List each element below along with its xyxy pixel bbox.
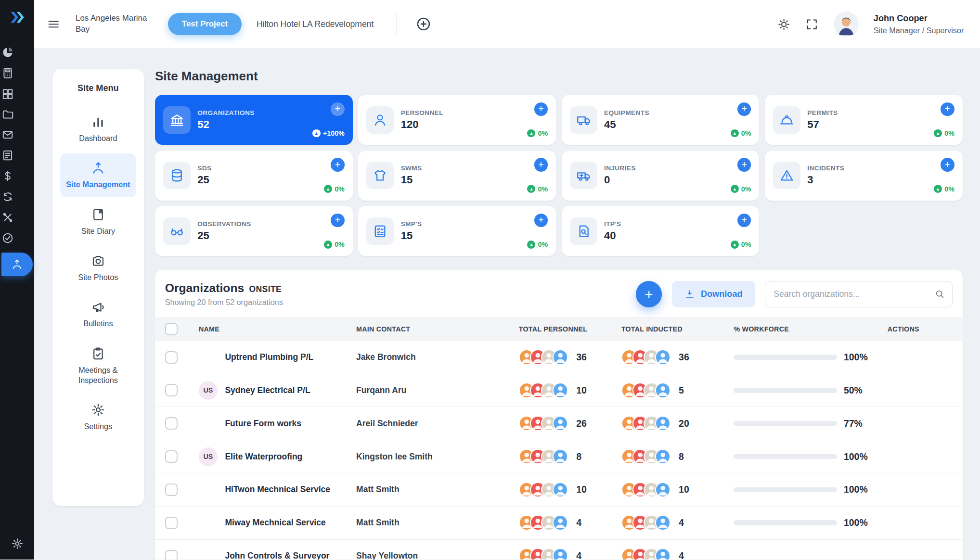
rail-item-pie-chart[interactable] xyxy=(1,46,14,59)
stat-card-change: ▲ 0% xyxy=(731,241,751,249)
avatar xyxy=(553,449,568,464)
sidebar-item-label: Site Diary xyxy=(81,226,115,236)
user-avatar[interactable] xyxy=(834,12,859,37)
table-row[interactable]: John Controls & Surveyor Shay Yellowton … xyxy=(155,540,963,560)
org-main-contact: Kingston lee Smith xyxy=(356,452,519,462)
download-button[interactable]: Download xyxy=(672,281,755,307)
fullscreen-button[interactable] xyxy=(805,18,818,31)
sidebar-item-bulletins[interactable]: Bulletins xyxy=(60,293,136,336)
project-badge-button[interactable]: Test Project xyxy=(168,13,241,35)
org-name: Miway Mechnical Service xyxy=(225,518,325,528)
stat-card-add-button[interactable]: + xyxy=(331,214,345,228)
stat-card-smp-s[interactable]: SMP'S 15 + ▲ 0% xyxy=(358,206,556,256)
t-shirt-icon xyxy=(373,168,387,183)
page-title: Site Management xyxy=(155,69,963,84)
inducted-avatars xyxy=(621,548,671,560)
avatar xyxy=(553,548,568,560)
calculator-icon xyxy=(1,67,14,79)
sidebar-item-label: Site Photos xyxy=(78,272,118,282)
stat-card-add-button[interactable]: + xyxy=(737,102,751,116)
row-checkbox[interactable] xyxy=(165,550,178,560)
menu-icon[interactable] xyxy=(47,17,61,31)
row-checkbox[interactable] xyxy=(165,417,178,430)
search-organizations xyxy=(765,281,953,307)
rail-item-money-return[interactable] xyxy=(1,191,14,203)
table-row[interactable]: Future Form works Areil Schnieder 26 20 … xyxy=(155,407,963,440)
stat-card-incidents[interactable]: INCIDENTS 3 + ▲ 0% xyxy=(765,151,963,201)
table-row[interactable]: US Elite Waterproofing Kingston lee Smit… xyxy=(155,440,963,473)
table-row[interactable]: Miway Mechnical Service Matt Smith 4 4 1… xyxy=(155,507,963,540)
project-name: Hilton Hotel LA Redevelopment xyxy=(257,19,374,29)
topbar: Los Angeles Marina Bay Test Project Hilt… xyxy=(34,0,980,49)
stat-card-add-button[interactable]: + xyxy=(737,158,751,172)
sidebar-item-dashboard[interactable]: Dashboard xyxy=(60,107,136,151)
stat-card-sds[interactable]: SDS 25 + ▲ 0% xyxy=(155,151,353,201)
org-logo-badge: US xyxy=(199,381,218,400)
rail-item-folder[interactable] xyxy=(1,108,14,121)
organizations-title: Organizations xyxy=(165,281,244,295)
sidebar-item-meetings-inspections[interactable]: Meetings & Inspections xyxy=(60,339,136,393)
row-checkbox[interactable] xyxy=(165,484,178,496)
org-logo-badge xyxy=(199,348,218,367)
search-input[interactable] xyxy=(765,281,953,307)
stat-card-permits[interactable]: PERMITS 57 + ▲ 0% xyxy=(765,95,963,145)
add-organization-button[interactable]: + xyxy=(636,281,662,307)
row-checkbox[interactable] xyxy=(165,384,178,396)
trend-up-icon: ▲ xyxy=(934,129,942,138)
theme-toggle-button[interactable] xyxy=(777,18,790,31)
rail-item-tools[interactable] xyxy=(1,211,14,224)
stat-card-add-button[interactable]: + xyxy=(941,102,954,116)
stat-card-label: OBSERVATIONS xyxy=(197,220,251,228)
rail-item-dollar[interactable] xyxy=(1,170,14,182)
row-checkbox[interactable] xyxy=(165,351,178,364)
stat-card-organizations[interactable]: ORGANIZATIONS 52 + ▲ +100% xyxy=(155,95,353,145)
stat-card-add-button[interactable]: + xyxy=(331,158,345,172)
avatar xyxy=(655,416,671,431)
money-return-icon xyxy=(1,191,14,203)
rail-item-ledger[interactable] xyxy=(1,149,14,162)
stat-card-change: ▲ 0% xyxy=(731,129,751,138)
inducted-avatars xyxy=(621,515,671,530)
personnel-count: 4 xyxy=(576,517,581,528)
stat-card-add-button[interactable]: + xyxy=(534,158,548,172)
stat-card-change: ▲ 0% xyxy=(527,185,548,193)
rail-item-check-circle[interactable] xyxy=(1,232,14,244)
stat-card-value: 120 xyxy=(401,118,443,131)
rail-item-mail[interactable] xyxy=(1,128,14,141)
stat-card-itp-s[interactable]: ITP'S 40 + ▲ 0% xyxy=(562,206,760,256)
org-main-contact: Areil Schnieder xyxy=(356,419,519,429)
stat-card-injuries[interactable]: INJURIES 0 + ▲ 0% xyxy=(562,151,760,201)
row-checkbox[interactable] xyxy=(165,517,178,529)
sidebar-item-settings[interactable]: Settings xyxy=(60,395,136,439)
rail-item-calculator[interactable] xyxy=(1,67,14,79)
stat-card-swms[interactable]: SWMS 15 + ▲ 0% xyxy=(358,151,556,201)
rail-settings-button[interactable] xyxy=(11,537,24,550)
rail-item-person-up[interactable] xyxy=(1,253,33,276)
stat-card-equipments[interactable]: EQUIPMENTS 45 + ▲ 0% xyxy=(562,95,760,145)
sidebar-item-site-photos[interactable]: Site Photos xyxy=(60,246,136,290)
organizations-table: NAME MAIN CONTACT TOTAL PERSONNEL TOTAL … xyxy=(155,317,963,560)
table-row[interactable]: US Sydney Electrical P/L Furqann Aru 10 … xyxy=(155,374,963,407)
site-menu-title: Site Menu xyxy=(59,83,138,93)
row-checkbox[interactable] xyxy=(165,450,178,463)
avatar xyxy=(553,349,568,365)
stat-card-add-button[interactable]: + xyxy=(534,214,548,228)
stat-card-add-button[interactable]: + xyxy=(331,102,345,116)
sidebar-item-site-management[interactable]: Site Management xyxy=(60,153,136,197)
table-row[interactable]: HiTwon Mechnical Service Matt Smith 10 1… xyxy=(155,473,963,507)
stat-card-change: ▲ 0% xyxy=(324,185,345,193)
add-project-button[interactable] xyxy=(415,16,432,32)
workforce-progress: 100% xyxy=(734,451,887,462)
stat-card-observations[interactable]: OBSERVATIONS 25 + ▲ 0% xyxy=(155,206,353,256)
stat-card-add-button[interactable]: + xyxy=(737,214,751,228)
stat-card-personnel[interactable]: PERSONNEL 120 + ▲ 0% xyxy=(358,95,556,145)
stat-card-add-button[interactable]: + xyxy=(534,102,548,116)
bar-chart-icon xyxy=(91,115,105,129)
sidebar-item-site-diary[interactable]: Site Diary xyxy=(60,200,136,243)
rail-item-bricks[interactable] xyxy=(1,88,14,100)
ambulance-icon xyxy=(576,168,591,183)
select-all-checkbox[interactable] xyxy=(165,323,178,335)
table-row[interactable]: Uptrend Plumbing P/L Jake Bronwich 36 36… xyxy=(155,341,963,374)
inducted-avatars xyxy=(621,349,671,365)
stat-card-add-button[interactable]: + xyxy=(941,158,954,172)
